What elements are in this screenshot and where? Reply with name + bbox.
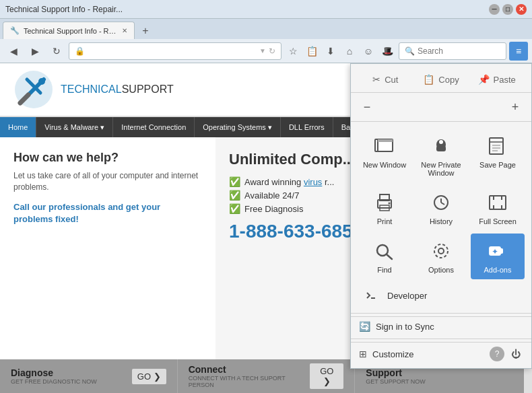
extra-icon-button[interactable]: 🎩 [378,42,396,60]
connect-go-button[interactable]: GO ❯ [310,363,343,389]
sync-row[interactable]: 🔄 Sign in to Sync [351,316,531,336]
svg-line-25 [387,254,392,259]
lock-icon: 🔒 [75,46,85,56]
zoom-in-button[interactable]: + [506,98,525,116]
divider-2 [351,121,531,122]
browser-content: TECHNICALSUPPORT Home Virus & Malware ▾ … [0,63,532,393]
search-box[interactable]: 🔍 [399,42,506,60]
addons-label: Add-ons [484,266,512,274]
help-button[interactable]: ? [490,347,504,361]
copy-label: Copy [438,75,459,85]
divider-3 [351,313,531,314]
options-label: Options [428,266,454,274]
customize-label: Customize [372,349,413,359]
customize-row[interactable]: ⊞ Customize ? ⏻ [351,342,531,365]
check-icon-3: ✅ [229,203,240,214]
forward-button[interactable]: ▶ [26,42,44,61]
history-button[interactable]: History [414,185,468,231]
svg-point-9 [439,140,443,144]
content-left: How can we help? Let us take care of all… [0,137,215,359]
title-bar: Technical Support Info - Repair... ─ □ ✕ [0,0,532,19]
cut-icon: ✂ [372,74,380,85]
fullscreen-label: Full Screen [479,217,517,225]
address-bar[interactable]: 🔒 ▼ ↻ [69,42,281,60]
svg-rect-7 [378,139,393,142]
logo-support: SUPPORT [122,83,174,95]
addons-icon: ✦ [486,239,510,263]
search-icon: 🔍 [405,46,415,56]
svg-rect-11 [490,138,503,154]
history-icon [429,190,453,215]
footer-diagnose-label: Diagnose GET FREE DIAGNOSTIC NOW [11,367,97,385]
find-icon [372,239,397,263]
zoom-out-button[interactable]: − [358,98,376,116]
customize-icon: ⊞ [359,349,367,359]
save-page-button[interactable]: Save Page [471,129,525,182]
fullscreen-button[interactable]: Full Screen [471,185,525,231]
search-input[interactable] [418,46,500,56]
developer-icon [363,287,382,303]
power-button[interactable]: ⏻ [508,347,523,361]
new-window-label: New Window [363,161,406,169]
new-private-window-label: New Private Window [417,161,465,177]
tab-close-button[interactable]: ✕ [122,27,127,34]
new-private-window-button[interactable]: New Private Window [414,129,468,182]
smiley-button[interactable]: ☺ [360,42,377,60]
home-button[interactable]: ⌂ [341,42,358,60]
minimize-button[interactable]: ─ [489,4,500,15]
copy-icon: 📋 [423,74,434,85]
menu-grid: New Window New Private Window [351,124,531,283]
options-button[interactable]: Options [414,234,468,279]
save-page-icon [486,134,510,158]
copy-button[interactable]: 📋 Copy [413,71,469,88]
nav-item-os[interactable]: Operating Systems ▾ [195,117,281,137]
nav-item-virus[interactable]: Virus & Malware ▾ [36,117,113,137]
nav-item-home[interactable]: Home [0,117,36,137]
developer-button[interactable]: Developer [358,285,432,306]
find-button[interactable]: Find [358,234,411,279]
svg-text:✦: ✦ [492,247,498,256]
close-button[interactable]: ✕ [516,4,527,15]
bookmark-list-button[interactable]: 📋 [303,42,321,60]
paste-button[interactable]: 📌 Paste [469,71,525,88]
download-button[interactable]: ⬇ [322,42,339,60]
hero-cta[interactable]: Call our professionals and get your prob… [13,201,202,225]
menu-button[interactable]: ≡ [509,42,528,61]
bookmark-star-button[interactable]: ☆ [284,42,302,60]
back-button[interactable]: ◀ [4,42,23,61]
diagnose-go-button[interactable]: GO ❯ [132,369,166,384]
divider-1 [351,92,531,93]
svg-point-26 [438,248,444,254]
footer-connect-label: Connect CONNECT WITH A TECH SUPORT PERSO… [189,364,310,388]
customize-right: ? ⏻ [490,347,523,361]
svg-point-27 [434,244,448,258]
paste-icon: 📌 [478,74,490,85]
print-label: Print [377,217,393,225]
save-page-label: Save Page [479,161,516,169]
nav-icon-group: ☆ 📋 ⬇ ⌂ ☺ 🎩 [284,42,396,60]
developer-row: Developer [351,283,531,310]
print-button[interactable]: Print [358,185,411,231]
addons-button[interactable]: ✦ Add-ons [471,234,525,279]
check-icon-1: ✅ [229,176,240,187]
tab-favicon: 🔧 [10,26,20,35]
footer-support-label: Support GET SUPPORT NOW [366,367,426,385]
divider-4 [351,338,531,339]
print-icon [372,190,397,215]
reload-button[interactable]: ↻ [47,42,66,61]
maximize-button[interactable]: □ [502,4,513,15]
svg-rect-10 [436,146,446,151]
svg-point-3 [38,78,45,85]
active-tab[interactable]: 🔧 Technical Support Info - Repair... ✕ [3,22,135,39]
cut-button[interactable]: ✂ Cut [358,71,413,88]
new-private-window-icon [429,134,453,158]
nav-item-dll[interactable]: DLL Errors [281,117,333,137]
new-window-button[interactable]: New Window [358,129,411,182]
new-tab-button[interactable]: + [137,23,154,39]
find-label: Find [377,266,391,274]
nav-item-internet[interactable]: Internet Connection [113,117,195,137]
new-window-icon [372,134,397,158]
window-controls: ─ □ ✕ [489,4,527,15]
logo-area: TECHNICALSUPPORT [13,69,174,110]
paste-label: Paste [494,75,516,85]
